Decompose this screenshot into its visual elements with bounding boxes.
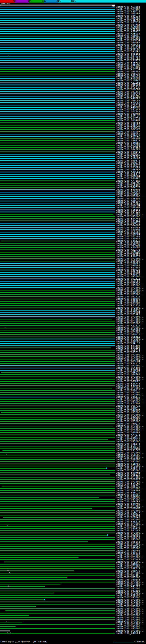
hit-alignment-bar[interactable] — [0, 330, 115, 330]
hit-alignment-bar[interactable] — [0, 394, 115, 395]
hit-alignment-bar[interactable] — [0, 205, 115, 206]
hit-alignment-bar[interactable] — [5, 610, 115, 611]
hit-alignment-bar[interactable] — [0, 470, 115, 471]
hit-alignment-bar[interactable] — [0, 430, 115, 431]
hit-alignment-bar[interactable] — [0, 120, 115, 121]
hit-alignment-bar[interactable] — [0, 390, 115, 391]
hit-alignment-bar[interactable] — [0, 519, 115, 520]
hit-alignment-bar[interactable] — [0, 325, 115, 326]
hit-alignment-bar[interactable] — [0, 42, 115, 43]
hit-alignment-bar[interactable] — [0, 399, 115, 400]
hit-alignment-bar[interactable] — [0, 44, 115, 46]
hit-alignment-bar[interactable] — [0, 521, 115, 522]
hit-alignment-bar[interactable] — [0, 265, 115, 266]
hit-alignment-bar[interactable] — [0, 136, 115, 137]
hit-alignment-bar[interactable] — [0, 501, 115, 502]
hit-alignment-bar[interactable] — [0, 71, 115, 72]
hit-alignment-bar[interactable] — [0, 22, 115, 23]
hit-alignment-bar[interactable] — [0, 247, 115, 248]
hit-alignment-bar[interactable] — [0, 196, 115, 197]
hit-alignment-bar[interactable] — [0, 308, 115, 308]
hit-alignment-bar[interactable] — [0, 40, 115, 41]
hit-alignment-bar[interactable] — [0, 532, 115, 534]
hit-alignment-bar[interactable] — [0, 111, 115, 112]
hit-alignment-bar[interactable] — [0, 396, 115, 398]
hit-alignment-bar[interactable] — [0, 365, 115, 366]
hit-alignment-bar[interactable] — [0, 359, 115, 360]
hit-alignment-bar[interactable] — [0, 334, 115, 335]
hit-alignment-bar[interactable] — [0, 617, 115, 618]
hit-alignment-bar[interactable] — [0, 214, 113, 215]
hit-alignment-bar[interactable] — [3, 517, 115, 518]
hit-alignment-bar[interactable] — [0, 176, 115, 177]
hit-alignment-bar[interactable] — [0, 481, 115, 482]
hit-alignment-bar[interactable] — [4, 562, 115, 562]
hit-alignment-bar[interactable] — [0, 261, 115, 262]
hit-alignment-bar[interactable] — [0, 303, 115, 304]
hit-alignment-bar[interactable] — [0, 414, 115, 415]
hit-alignment-bar[interactable] — [0, 484, 115, 484]
hit-alignment-bar[interactable] — [0, 60, 115, 61]
hit-alignment-bar[interactable] — [0, 323, 115, 324]
hit-alignment-bar[interactable] — [0, 292, 115, 293]
hit-alignment-bar[interactable] — [0, 314, 115, 315]
hit-alignment-bar[interactable] — [0, 232, 115, 232]
hit-alignment-bar[interactable] — [0, 494, 115, 496]
hit-alignment-bar[interactable] — [0, 508, 92, 509]
hit-alignment-bar[interactable] — [0, 216, 115, 217]
hit-alignment-bar[interactable] — [0, 441, 115, 442]
hit-alignment-bar[interactable] — [0, 272, 115, 273]
hit-alignment-bar[interactable] — [0, 550, 115, 551]
hit-alignment-bar[interactable] — [0, 388, 112, 388]
hit-alignment-bar[interactable] — [0, 423, 115, 424]
hit-alignment-bar[interactable] — [0, 180, 115, 182]
hit-alignment-bar[interactable] — [0, 356, 115, 357]
hit-alignment-bar[interactable] — [0, 301, 115, 302]
hit-alignment-bar[interactable] — [0, 283, 115, 284]
hit-alignment-bar[interactable] — [0, 615, 29, 616]
hit-alignment-bar[interactable] — [0, 499, 115, 500]
hit-alignment-bar[interactable] — [0, 100, 115, 101]
hit-alignment-bar[interactable] — [0, 129, 115, 130]
hit-alignment-bar[interactable] — [0, 82, 115, 84]
hit-alignment-bar[interactable] — [0, 346, 115, 346]
hit-alignment-bar[interactable] — [1, 372, 115, 373]
hit-alignment-bar[interactable] — [0, 368, 115, 368]
hit-alignment-bar[interactable] — [0, 526, 115, 527]
hit-alignment-bar[interactable] — [0, 18, 115, 19]
hit-alignment-bar[interactable] — [0, 142, 115, 144]
hit-alignment-bar[interactable] — [0, 185, 115, 186]
hit-alignment-bar[interactable] — [1, 412, 115, 413]
hit-alignment-bar[interactable] — [0, 236, 115, 237]
hit-alignment-bar[interactable] — [0, 604, 115, 605]
hit-alignment-bar[interactable] — [0, 459, 115, 460]
hit-alignment-bar[interactable] — [0, 220, 115, 221]
hit-alignment-bar[interactable] — [0, 27, 115, 28]
hit-alignment-bar[interactable] — [0, 238, 115, 239]
hit-alignment-bar[interactable] — [0, 401, 115, 402]
hit-alignment-bar[interactable] — [0, 490, 115, 491]
hit-alignment-bar[interactable] — [0, 468, 106, 469]
hit-alignment-bar[interactable] — [0, 160, 115, 161]
hit-alignment-bar[interactable] — [0, 310, 115, 311]
hit-alignment-bar[interactable] — [0, 312, 115, 313]
hit-alignment-bar[interactable] — [0, 210, 115, 210]
hit-alignment-bar[interactable] — [0, 370, 115, 371]
hit-alignment-bar[interactable] — [0, 11, 115, 12]
hit-alignment-bar[interactable] — [0, 336, 115, 338]
hit-alignment-bar[interactable] — [0, 140, 115, 141]
hit-alignment-bar[interactable] — [0, 544, 115, 544]
hit-alignment-bar[interactable] — [0, 138, 115, 139]
hit-alignment-bar[interactable] — [0, 24, 115, 25]
hit-alignment-bar[interactable] — [0, 452, 115, 453]
hit-alignment-bar[interactable] — [0, 619, 115, 620]
hit-alignment-bar[interactable] — [0, 332, 115, 333]
hit-alignment-bar[interactable] — [0, 559, 115, 560]
hit-alignment-bar[interactable] — [0, 586, 45, 587]
hit-alignment-bar[interactable] — [0, 267, 115, 268]
hit-alignment-bar[interactable] — [0, 58, 115, 59]
hit-alignment-bar[interactable] — [0, 406, 115, 406]
hit-alignment-bar[interactable] — [0, 158, 115, 159]
hit-alignment-bar[interactable] — [0, 504, 115, 504]
hit-alignment-bar[interactable] — [0, 87, 115, 88]
